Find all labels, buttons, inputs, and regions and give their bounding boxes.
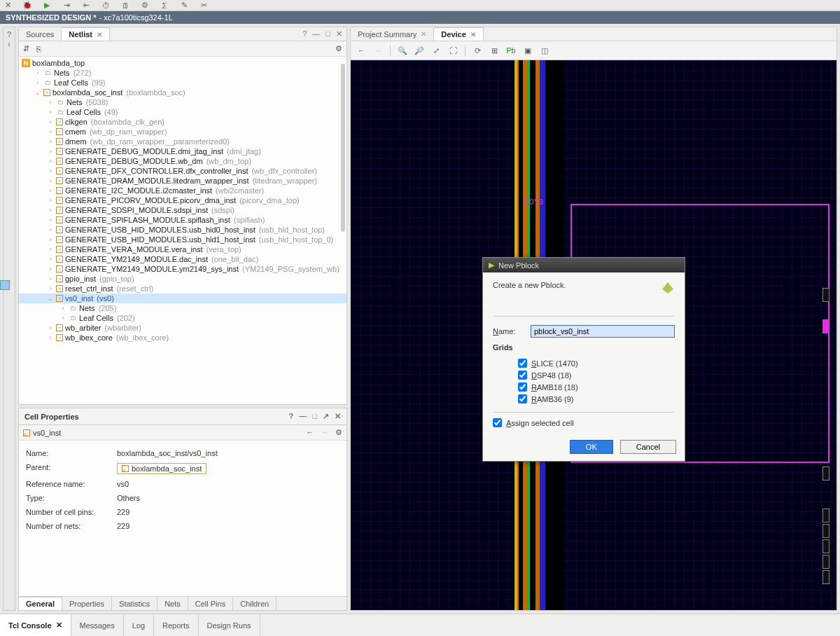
collapse-all-icon[interactable]: ⇵ [23,44,29,53]
autofit-icon[interactable]: ◫ [538,44,551,57]
close-icon[interactable]: ✕ [56,621,62,630]
tab-tcl-console[interactable]: Tcl Console✕ [0,614,71,636]
back-arrow-icon[interactable]: ← [355,44,368,57]
routing-icon[interactable]: ⊞ [488,44,500,57]
cut-icon[interactable]: ✂ [199,1,209,11]
tree-item[interactable]: ›▫cmem(wb_dp_ram_wrapper) [19,127,346,137]
tree-item-selected[interactable]: ⌄▫vs0_inst(vs0) [19,293,346,303]
tree-item[interactable]: ›🗀Nets(5038) [19,97,346,107]
tab-cellpins[interactable]: Cell Pins [188,597,233,610]
close-icon[interactable]: ✕ [470,31,476,39]
play-icon[interactable]: ▶ [42,1,52,11]
tree-item[interactable]: ›▫GENERATE_YM2149_MODULE.ym2149_sys_inst… [19,264,346,274]
tab-general[interactable]: General [19,597,62,610]
tab-nets[interactable]: Nets [158,597,188,610]
tab-properties[interactable]: Properties [62,597,112,610]
tree-item[interactable]: ›▫wb_ibex_core(wb_ibex_core) [19,333,346,343]
help-icon[interactable]: ? [7,30,11,39]
tree-item[interactable]: ›▫GENERATE_USB_HID_MODULES.usb_hid1_host… [19,235,346,244]
netlist-tree[interactable]: Nboxlambda_top ›🗀Nets(272) ›🗀Leaf Cells(… [19,57,346,404]
expand-icon[interactable]: ⎘ [36,45,41,53]
tree-item[interactable]: ›▫GENERATE_PICORV_MODULE.picorv_dma_inst… [19,195,346,205]
dialog-titlebar[interactable]: ▶ New Pblock [483,258,685,272]
zoom-out-icon[interactable]: 🔎 [413,44,426,57]
close-icon[interactable]: ✕ [335,412,341,421]
tree-item[interactable]: ›▫GENERATE_DRAM_MODULE.litedram_wrapper_… [19,176,346,186]
clock-icon[interactable]: ⏱ [101,1,111,11]
tree-item[interactable]: ›▫dmem(wb_dp_ram_wrapper__parameterized0… [19,137,346,146]
tree-item[interactable]: ›▫gpio_inst(gpio_top) [19,274,346,284]
minimize-icon[interactable]: — [299,412,307,421]
scrollbar[interactable] [341,64,345,232]
wand-icon[interactable]: ✎ [179,1,189,11]
tree-item[interactable]: ›▫GENERATE_SDSPI_MODULE.sdspi_inst(sdspi… [19,205,346,215]
chk-dsp48[interactable] [518,371,527,380]
tree-item[interactable]: ›🗀Nets(205) [19,303,346,313]
tab-reports[interactable]: Reports [154,614,199,636]
tab-design-runs[interactable]: Design Runs [199,614,260,636]
tree-root[interactable]: Nboxlambda_top [19,58,346,68]
stepout-icon[interactable]: ⇤ [81,1,91,11]
settings-gear-icon[interactable]: ⚙ [335,44,342,53]
tree-item[interactable]: ›▫GENERATE_DEBUG_MODULE.dmi_jtag_inst(dm… [19,146,346,156]
settings-gear-icon[interactable]: ⚙ [335,428,342,437]
highlight-icon[interactable]: ▣ [522,44,534,57]
refresh-icon[interactable]: ⟳ [471,44,484,57]
help-icon[interactable]: ? [289,412,294,421]
tree-item[interactable]: ›▫GENERATE_DEBUG_MODULE.wb_dm(wb_dm_top) [19,156,346,166]
tree-item[interactable]: ›▫reset_ctrl_inst(reset_ctrl) [19,284,346,293]
design-title: SYNTHESIZED DESIGN * [6,13,97,22]
sigma-icon[interactable]: Σ [160,1,169,11]
bottom-tabs: Tcl Console✕ Messages Log Reports Design… [0,614,840,636]
chk-slice[interactable] [518,359,527,368]
tab-children[interactable]: Children [233,597,276,610]
help-icon[interactable]: ? [302,29,307,39]
pblock-name-input[interactable] [531,325,675,338]
minimize-icon[interactable]: — [312,29,320,39]
close-icon[interactable]: ✕ [336,29,342,39]
tree-item[interactable]: ›▫GENERATE_DFX_CONTROLLER.dfx_controller… [19,166,346,176]
back-arrow-icon[interactable]: ← [306,428,314,437]
tree-item[interactable]: ›▫GENERATE_YM2149_MODULE.dac_inst(one_bi… [19,254,346,264]
float-icon[interactable]: ↗ [323,412,329,421]
collapse-icon[interactable]: ‹ [8,40,10,48]
tree-item[interactable]: ›🗀Leaf Cells(49) [19,107,346,117]
tree-item[interactable]: ›▫clkgen(boxlambda_clk_gen) [19,117,346,127]
maximize-icon[interactable]: □ [312,412,317,421]
tree-item[interactable]: ›▫GENERATE_I2C_MODULE.i2cmaster_inst(wbi… [19,186,346,195]
new-pblock-dialog: ▶ New Pblock Create a new Pblock. Name: … [482,257,685,462]
tree-nets[interactable]: ›🗀Nets(272) [19,68,346,78]
tree-leaf[interactable]: ›🗀Leaf Cells(99) [19,78,346,88]
close-x-icon[interactable]: ✕ [3,1,13,11]
tab-messages[interactable]: Messages [71,614,124,636]
tab-log[interactable]: Log [124,614,154,636]
bug-icon[interactable]: 🐞 [22,1,32,11]
chk-assign-selected[interactable] [493,418,502,427]
chk-ramb18[interactable] [518,382,527,392]
close-icon[interactable]: ✕ [421,30,426,38]
maximize-icon[interactable]: □ [326,29,330,39]
pblock-icon[interactable]: Pb [505,44,517,57]
prop-parent-link[interactable]: ▫boxlambda_soc_inst [117,463,206,474]
tree-item[interactable]: ›▫GENERATE_SPIFLASH_MODULE.spiflash_inst… [19,215,346,225]
gear-icon[interactable]: ⚙ [140,1,150,11]
tree-soc[interactable]: ⌄▫boxlambda_soc_inst(boxlambda_soc) [19,88,346,97]
tab-statistics[interactable]: Statistics [112,597,158,610]
stepin-icon[interactable]: ⇥ [62,1,71,11]
tab-sources[interactable]: Sources [19,28,62,41]
chk-ramb36[interactable] [518,394,527,403]
tab-device[interactable]: Device✕ [434,27,483,41]
zoom-select-icon[interactable]: ⛶ [447,44,459,57]
cancel-button[interactable]: Cancel [620,440,676,454]
close-icon[interactable]: ✕ [97,31,102,39]
zoom-in-icon[interactable]: 🔍 [396,44,409,57]
ok-button[interactable]: OK [570,440,613,454]
schedule-icon[interactable]: 🗓 [120,1,130,11]
tree-item[interactable]: ›▫GENERATE_USB_HID_MODULES.usb_hid0_host… [19,225,346,235]
tree-item[interactable]: ›▫GENERATE_VERA_MODULE.vera_inst(vera_to… [19,244,346,254]
tab-project-summary[interactable]: Project Summary✕ [351,28,434,41]
zoom-fit-icon[interactable]: ⤢ [430,44,442,57]
tree-item[interactable]: ›▫wb_arbiter(wbarbiter) [19,323,346,333]
tree-item[interactable]: ›🗀Leaf Cells(202) [19,313,346,323]
tab-netlist[interactable]: Netlist✕ [62,27,110,41]
